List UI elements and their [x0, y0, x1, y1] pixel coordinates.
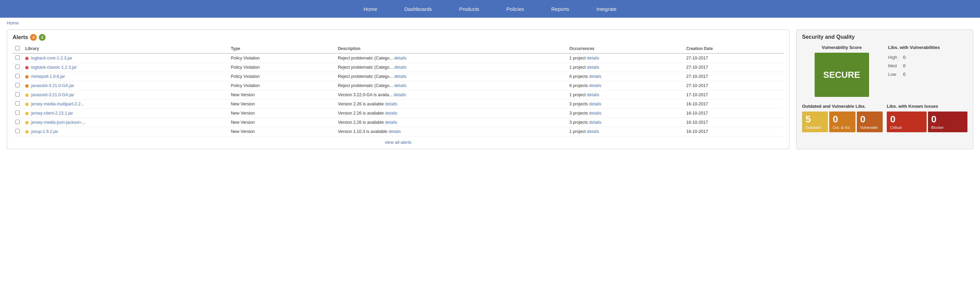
nav-policies[interactable]: Policies	[503, 4, 527, 14]
details-link[interactable]: details	[388, 129, 401, 134]
outdated-cards: 5 Outdated 0 Out. & Vul. 0 Vulnerable	[802, 112, 883, 132]
occurrences-details-link[interactable]: details	[589, 83, 601, 88]
date-cell: 27-10-2017	[684, 81, 784, 90]
high-count: 0	[903, 55, 905, 60]
description-cell: Reject problematic (Catego... details	[335, 81, 566, 90]
occurrences-details-link[interactable]: details	[589, 120, 601, 125]
nav-dashboards[interactable]: Dashboards	[401, 4, 435, 14]
library-link[interactable]: mimepull-1.9.6.jar	[31, 74, 65, 79]
high-vuln-row: High 0	[888, 55, 967, 60]
occurrences-details-link[interactable]: details	[587, 92, 599, 97]
main-content: Alerts 4 5 Library Type Description Occu…	[0, 28, 980, 156]
card-blocker: 0 Blocker	[928, 112, 968, 132]
nav-products[interactable]: Products	[456, 4, 482, 14]
security-title: Security and Quality	[802, 34, 967, 40]
vuln-score-label: Vulnerability Score	[822, 45, 862, 50]
details-link[interactable]: details	[394, 65, 406, 70]
library-cell: mimepull-1.9.6.jar	[22, 72, 228, 81]
low-vuln-row: Low 0	[888, 72, 967, 77]
type-cell: Policy Violation	[228, 72, 336, 81]
breadcrumb: Home	[0, 18, 980, 28]
library-link[interactable]: logback-classic-1.2.3.jar	[31, 65, 76, 70]
table-row: javassist-3.21.0-GA.jar Policy Violation…	[13, 81, 784, 90]
details-link[interactable]: details	[385, 102, 397, 106]
row-checkbox[interactable]	[15, 74, 20, 78]
row-checkbox[interactable]	[15, 92, 20, 96]
row-checkbox[interactable]	[15, 111, 20, 115]
yellow-dot	[25, 130, 29, 134]
details-link[interactable]: details	[394, 92, 406, 97]
date-cell: 16-10-2017	[684, 109, 784, 118]
type-cell: New Version	[228, 118, 336, 127]
row-checkbox[interactable]	[15, 120, 20, 124]
library-cell: jersey-media-json-jackson-...	[22, 118, 228, 127]
details-link[interactable]: details	[385, 111, 397, 115]
alerts-title: Alerts	[13, 34, 28, 40]
high-label: High	[888, 55, 900, 60]
row-checkbox[interactable]	[15, 65, 20, 69]
occurrences-details-link[interactable]: details	[587, 65, 599, 70]
library-cell: logback-core-1.2.3.jar	[22, 53, 228, 63]
description-cell: Version 3.22.0-GA is availa... details	[335, 90, 566, 100]
alerts-badge-orange: 4	[30, 34, 37, 41]
yellow-dot	[25, 121, 29, 125]
library-link[interactable]: javassist-3.21.0-GA.jar	[31, 92, 74, 97]
view-all-alerts-link[interactable]: view all alerts	[13, 140, 784, 145]
red-dot	[25, 66, 29, 70]
table-row: logback-classic-1.2.3.jar Policy Violati…	[13, 63, 784, 72]
date-cell: 27-10-2017	[684, 53, 784, 63]
table-row: mimepull-1.9.6.jar Policy Violation Reje…	[13, 72, 784, 81]
med-count: 0	[903, 63, 905, 68]
nav-integrate[interactable]: Integrate	[593, 4, 620, 14]
library-link[interactable]: logback-core-1.2.3.jar	[31, 56, 72, 60]
description-cell: Reject problematic (Catego... details	[335, 53, 566, 63]
occurrences-details-link[interactable]: details	[589, 111, 601, 115]
row-checkbox[interactable]	[15, 83, 20, 87]
known-issues-label: Libs. with Known Issues	[887, 104, 967, 109]
alerts-header: Alerts 4 5	[13, 34, 784, 41]
library-link[interactable]: jersey-media-json-jackson-...	[31, 120, 86, 125]
occurrences-details-link[interactable]: details	[589, 74, 601, 79]
details-link[interactable]: details	[385, 120, 397, 125]
table-row: jsoup-1.9.2.jar New Version Version 1.10…	[13, 127, 784, 136]
known-issues-section: Libs. with Known Issues 0 Critical 0 Blo…	[887, 104, 967, 132]
occurrences-details-link[interactable]: details	[587, 56, 599, 60]
description-cell: Reject problematic (Catego... details	[335, 63, 566, 72]
med-label: Med	[888, 63, 900, 68]
library-link[interactable]: jersey-media-multipart-2.2...	[31, 102, 84, 106]
vuln-score-section: Vulnerability Score SECURE	[802, 45, 881, 97]
table-row: jersey-client-2.23.1.jar New Version Ver…	[13, 109, 784, 118]
library-link[interactable]: jsoup-1.9.2.jar	[31, 129, 58, 134]
card-outdated: 5 Outdated	[802, 112, 828, 132]
row-checkbox[interactable]	[15, 55, 20, 60]
occurrences-details-link[interactable]: details	[587, 129, 599, 134]
occurrences-cell: 1 project details	[566, 90, 683, 100]
date-cell: 16-10-2017	[684, 127, 784, 136]
details-link[interactable]: details	[394, 74, 406, 79]
library-cell: javassist-3.21.0-GA.jar	[22, 81, 228, 90]
known-issues-cards: 0 Critical 0 Blocker	[887, 112, 967, 132]
security-bottom: Outdated and Vulnerable Libs. 5 Outdated…	[802, 104, 967, 132]
row-checkbox[interactable]	[15, 129, 20, 133]
type-cell: New Version	[228, 90, 336, 100]
occurrences-cell: 3 projects details	[566, 100, 683, 109]
occurrences-cell: 3 projects details	[566, 109, 683, 118]
col-library: Library	[22, 44, 228, 53]
type-cell: New Version	[228, 127, 336, 136]
table-row: logback-core-1.2.3.jar Policy Violation …	[13, 53, 784, 63]
type-cell: New Version	[228, 109, 336, 118]
library-link[interactable]: jersey-client-2.23.1.jar	[31, 111, 73, 115]
orange-dot	[25, 84, 29, 88]
low-label: Low	[888, 72, 900, 77]
details-link[interactable]: details	[394, 56, 406, 60]
details-link[interactable]: details	[394, 83, 406, 88]
occurrences-details-link[interactable]: details	[589, 102, 601, 106]
select-all-checkbox[interactable]	[15, 46, 20, 50]
breadcrumb-home[interactable]: Home	[7, 21, 19, 25]
nav-home[interactable]: Home	[360, 4, 380, 14]
library-link[interactable]: javassist-3.21.0-GA.jar	[31, 83, 74, 88]
type-cell: Policy Violation	[228, 53, 336, 63]
row-checkbox[interactable]	[15, 101, 20, 106]
card-vulnerable: 0 Vulnerable	[857, 112, 883, 132]
nav-reports[interactable]: Reports	[548, 4, 573, 14]
